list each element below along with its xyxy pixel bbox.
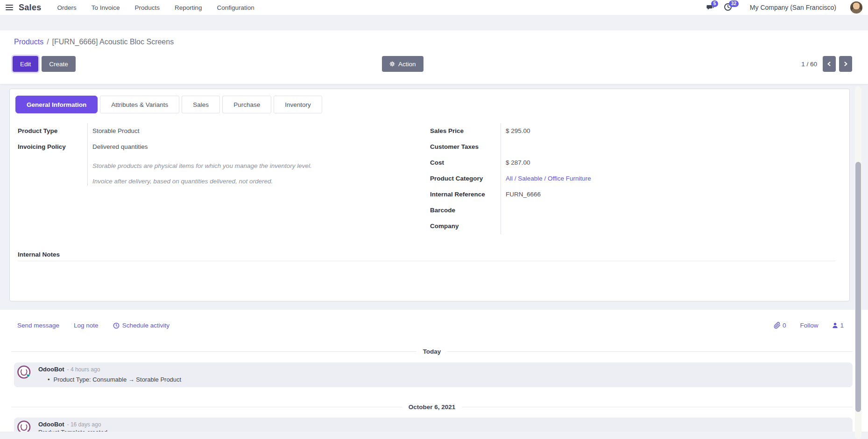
message-timestamp: - 4 hours ago — [67, 366, 100, 373]
invoicing-policy-value: Delivered quantities — [92, 139, 373, 155]
field-group-right: Sales Price Customer Taxes Cost Product … — [430, 123, 832, 234]
message-timestamp: - 16 days ago — [67, 421, 101, 428]
message-author[interactable]: OdooBot — [38, 421, 64, 428]
invoicing-policy-label: Invoicing Policy — [18, 139, 87, 155]
attachments-count: 0 — [783, 322, 786, 329]
odoobot-avatar — [16, 365, 32, 381]
date-divider-today: Today — [11, 348, 853, 355]
invoicing-policy-help: Invoice after delivery, based on quantit… — [92, 177, 373, 186]
pager-value: 1 / 60 — [801, 61, 817, 68]
tab-sales[interactable]: Sales — [182, 96, 220, 113]
pager-next-button[interactable] — [839, 56, 852, 72]
product-type-label: Product Type — [18, 123, 87, 139]
odoobot-avatar — [16, 420, 32, 432]
menu-configuration[interactable]: Configuration — [217, 4, 254, 11]
create-button[interactable]: Create — [42, 56, 76, 72]
scrollbar-thumb[interactable] — [855, 162, 861, 412]
date-divider-october: October 6, 2021 — [11, 404, 853, 411]
field-group-left: Product Type Invoicing Policy Storable P… — [18, 123, 373, 186]
tracking-message: Product Type: Consumable → Storable Prod… — [54, 376, 182, 383]
message-card: OdooBot - 4 hours ago • Product Type: Co… — [14, 362, 853, 387]
internal-notes-label: Internal Notes — [18, 251, 60, 258]
internal-notes-divider — [18, 261, 835, 261]
person-icon — [832, 322, 838, 328]
user-avatar[interactable] — [850, 1, 862, 14]
menu-to-invoice[interactable]: To Invoice — [92, 4, 120, 11]
tracking-bullet: • — [48, 376, 50, 383]
barcode-value — [506, 202, 832, 218]
form-sheet: General Information Attributes & Variant… — [9, 89, 850, 301]
tab-attributes-variants[interactable]: Attributes & Variants — [100, 96, 179, 113]
breadcrumb: Products/[FURN_6666] Acoustic Bloc Scree… — [14, 38, 174, 46]
menu-orders[interactable]: Orders — [57, 4, 77, 11]
main-menu: Orders To Invoice Products Reporting Con… — [57, 4, 254, 11]
action-button-label: Action — [398, 61, 416, 68]
paperclip-icon — [774, 322, 781, 329]
company-switcher[interactable]: My Company (San Francisco) — [750, 4, 836, 11]
internal-reference-value: FURN_6666 — [506, 187, 832, 202]
followers-button[interactable]: 1 — [832, 322, 844, 329]
log-note-button[interactable]: Log note — [74, 322, 99, 329]
tab-general-information[interactable]: General Information — [15, 96, 98, 113]
apps-menu-icon[interactable] — [6, 5, 13, 10]
followers-count: 1 — [840, 322, 844, 329]
schedule-activity-label: Schedule activity — [122, 322, 169, 329]
follow-button[interactable]: Follow — [800, 322, 818, 329]
action-button[interactable]: Action — [382, 56, 423, 72]
menu-reporting[interactable]: Reporting — [175, 4, 202, 11]
product-category-link[interactable]: All / Saleable / Office Furniture — [506, 171, 832, 187]
chevron-left-icon — [826, 61, 832, 67]
control-panel: Products/[FURN_6666] Acoustic Bloc Scree… — [0, 30, 868, 84]
page-title: [FURN_6666] Acoustic Bloc Screens — [52, 38, 174, 46]
sales-price-label: Sales Price — [430, 123, 501, 139]
product-type-help: Storable products are physical items for… — [92, 161, 373, 170]
pager-previous-button[interactable] — [823, 56, 836, 72]
activities-count-badge: 32 — [729, 0, 739, 7]
notebook-tabs: General Information Attributes & Variant… — [15, 96, 322, 113]
tab-purchase[interactable]: Purchase — [222, 96, 271, 113]
pager: 1 / 60 — [801, 56, 852, 72]
tab-inventory[interactable]: Inventory — [274, 96, 322, 113]
company-value — [506, 218, 832, 234]
chevron-right-icon — [843, 61, 848, 67]
attachments-button[interactable]: 0 — [774, 322, 786, 329]
messages-count-badge: 5 — [711, 0, 719, 7]
app-name[interactable]: Sales — [19, 3, 42, 13]
chatter: Send message Log note Schedule activity … — [0, 310, 868, 432]
cost-value: $ 287.00 — [506, 155, 832, 171]
customer-taxes-value — [506, 139, 832, 155]
breadcrumb-separator: / — [47, 38, 49, 46]
top-navbar: Sales Orders To Invoice Products Reporti… — [0, 0, 868, 15]
product-type-value: Storable Product — [92, 123, 373, 139]
messages-icon[interactable]: 5 — [706, 3, 716, 12]
date-divider-label: Today — [423, 348, 441, 355]
clock-icon — [113, 322, 120, 329]
schedule-activity-button[interactable]: Schedule activity — [113, 322, 169, 329]
internal-reference-label: Internal Reference — [430, 187, 501, 202]
customer-taxes-label: Customer Taxes — [430, 139, 501, 155]
gear-icon — [389, 61, 395, 67]
barcode-label: Barcode — [430, 202, 501, 218]
breadcrumb-products-link[interactable]: Products — [14, 38, 43, 46]
activities-icon[interactable]: 32 — [724, 3, 734, 12]
date-divider-label: October 6, 2021 — [409, 404, 456, 411]
cost-label: Cost — [430, 155, 501, 171]
message-card: OdooBot - 16 days ago Product Template c… — [14, 418, 853, 432]
sales-price-value: $ 295.00 — [506, 123, 832, 139]
menu-products[interactable]: Products — [135, 4, 160, 11]
product-category-label: Product Category — [430, 171, 501, 187]
log-message: Product Template created — [38, 429, 107, 432]
edit-button[interactable]: Edit — [13, 56, 38, 72]
send-message-button[interactable]: Send message — [17, 322, 59, 329]
company-label: Company — [430, 218, 501, 234]
message-author[interactable]: OdooBot — [38, 366, 64, 373]
